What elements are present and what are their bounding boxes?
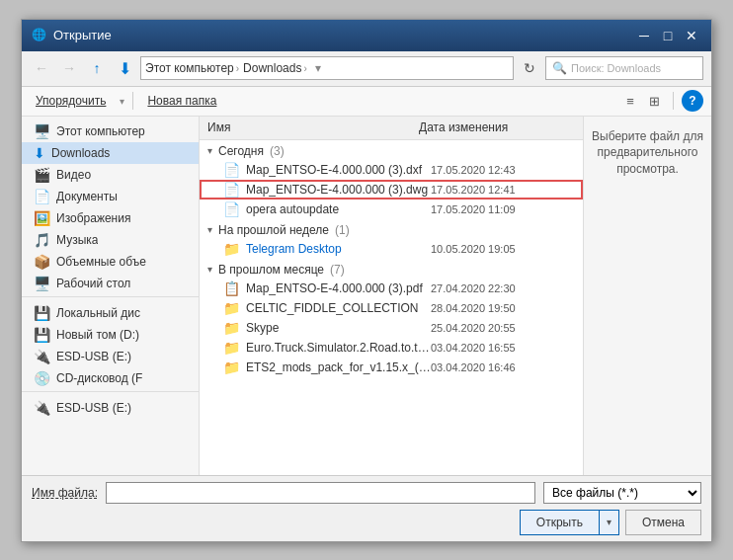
group-last-week[interactable]: ▾ На прошлой неделе (1) <box>200 219 583 239</box>
downloads-folder-icon-btn[interactable]: ⬇ <box>113 56 136 80</box>
folder-label: Downloads <box>243 61 301 75</box>
file-date-pdf: 27.04.2020 22:30 <box>431 282 579 294</box>
file-item-euro[interactable]: 📁 Euro.Truck.Simulator.2.Road.to.the.Bla… <box>200 338 583 358</box>
drive-e2-icon: 🔌 <box>34 400 50 416</box>
organize-button[interactable]: Упорядочить <box>30 92 112 110</box>
forward-button[interactable]: → <box>57 56 81 80</box>
file-date-telegram: 10.05.2020 19:05 <box>431 243 579 255</box>
sidebar-label-3d: Объемные объе <box>56 255 146 269</box>
sidebar-item-drive-d[interactable]: 💾 Новый том (D:) <box>22 324 199 346</box>
sidebar-item-computer[interactable]: 🖥️ Этот компьютер <box>22 120 199 142</box>
sidebar-item-local-c[interactable]: 💾 Локальный дис <box>22 302 199 324</box>
group-today[interactable]: ▾ Сегодня (3) <box>200 140 583 160</box>
sidebar-item-drive-e[interactable]: 🔌 ESD-USB (E:) <box>22 346 199 367</box>
file-icon-pdf: 📋 <box>223 280 240 296</box>
group-arrow-today: ▾ <box>207 145 212 156</box>
open-button-group: Открыть ▾ <box>520 510 619 535</box>
file-icon-celtic: 📁 <box>223 300 240 316</box>
file-name-skype: Skype <box>246 321 431 335</box>
group-count-today: (3) <box>270 144 285 158</box>
sidebar-item-downloads[interactable]: ⬇ Downloads <box>22 142 199 164</box>
sidebar-item-music[interactable]: 🎵 Музыка <box>22 229 199 251</box>
sidebar-item-drive-e2[interactable]: 🔌 ESD-USB (E:) <box>22 397 199 419</box>
cancel-button[interactable]: Отмена <box>625 510 701 535</box>
sidebar-label-images: Изображения <box>56 211 130 225</box>
open-button[interactable]: Открыть <box>521 511 599 534</box>
sidebar-label-documents: Документы <box>56 190 118 203</box>
sidebar-label-music: Музыка <box>56 233 98 247</box>
maximize-button[interactable]: □ <box>658 26 678 45</box>
file-item-opera[interactable]: 📄 opera autoupdate 17.05.2020 11:09 <box>200 200 583 219</box>
sidebar-item-3d[interactable]: 📦 Объемные объе <box>22 251 199 273</box>
view-details-button[interactable]: ⊞ <box>643 90 665 112</box>
help-button[interactable]: ? <box>682 90 703 112</box>
computer-icon: 🖥️ <box>34 123 50 139</box>
file-item-skype[interactable]: 📁 Skype 25.04.2020 20:55 <box>200 318 583 338</box>
file-date-dwg: 17.05.2020 12:41 <box>431 184 579 196</box>
file-date-ets2: 03.04.2020 16:46 <box>431 361 579 373</box>
group-label-lastmonth: В прошлом месяце <box>218 263 324 277</box>
folder-segment: Downloads › <box>243 61 307 75</box>
minimize-button[interactable]: ─ <box>634 26 654 45</box>
video-icon: 🎬 <box>34 167 50 183</box>
file-list-body[interactable]: ▾ Сегодня (3) 📄 Map_ENTSO-E-4.000.000 (3… <box>200 140 583 475</box>
file-date-skype: 25.04.2020 20:55 <box>431 322 579 334</box>
file-name-ets2: ETS2_mods_pack_for_v1.15.x_(UPD_28.12...… <box>246 360 431 374</box>
file-name-opera: opera autoupdate <box>246 202 431 216</box>
sidebar-label-computer: Этот компьютер <box>56 124 145 138</box>
drive-f-icon: 💿 <box>34 370 50 386</box>
filename-input[interactable] <box>106 482 535 504</box>
file-name-telegram: Telegram Desktop <box>246 242 431 256</box>
group-label-lastweek: На прошлой неделе <box>218 223 329 237</box>
up-button[interactable]: ↑ <box>85 56 109 80</box>
file-item-pdf[interactable]: 📋 Map_ENTSO-E-4.000.000 (3).pdf 27.04.20… <box>200 279 583 298</box>
sidebar-item-desktop[interactable]: 🖥️ Рабочий стол <box>22 273 199 294</box>
file-date-euro: 03.04.2020 16:55 <box>431 342 579 354</box>
address-dropdown-arrow[interactable]: ▾ <box>315 61 321 75</box>
dialog-title: Открытие <box>53 28 112 42</box>
file-icon-dxf: 📄 <box>223 162 240 178</box>
group-last-month[interactable]: ▾ В прошлом месяце (7) <box>200 259 583 279</box>
open-dropdown-arrow[interactable]: ▾ <box>599 511 618 534</box>
file-item-selected[interactable]: 📄 Map_ENTSO-E-4.000.000 (3).dwg 17.05.20… <box>200 180 583 200</box>
sidebar-item-images[interactable]: 🖼️ Изображения <box>22 207 199 229</box>
new-folder-button[interactable]: Новая папка <box>141 92 222 110</box>
sidebar-label-drive-e: ESD-USB (E:) <box>56 350 131 363</box>
filetype-select[interactable]: Все файлы (*.*) <box>543 482 701 504</box>
dialog-icon: 🌐 <box>32 28 47 43</box>
sidebar-label-drive-e2: ESD-USB (E:) <box>56 401 131 415</box>
computer-label: Этот компьютер <box>145 61 234 75</box>
filename-row: Имя файла: Все файлы (*.*) <box>32 482 701 504</box>
file-item-telegram[interactable]: 📁 Telegram Desktop 10.05.2020 19:05 <box>200 239 583 259</box>
toolbar-separator <box>132 92 133 110</box>
sidebar-item-documents[interactable]: 📄 Документы <box>22 186 199 207</box>
file-item[interactable]: 📄 Map_ENTSO-E-4.000.000 (3).dxf 17.05.20… <box>200 160 583 180</box>
file-date-celtic: 28.04.2020 19:50 <box>431 302 579 314</box>
file-item-celtic[interactable]: 📁 CELTIC_FIDDLE_COLLECTION 28.04.2020 19… <box>200 298 583 318</box>
sidebar-item-drive-f[interactable]: 💿 CD-дисковод (F <box>22 367 199 389</box>
search-box[interactable]: 🔍 Поиск: Downloads <box>545 56 703 80</box>
sidebar-label-desktop: Рабочий стол <box>56 277 130 290</box>
file-icon-ets2: 📁 <box>223 360 240 375</box>
file-date-dxf: 17.05.2020 12:43 <box>431 164 579 176</box>
refresh-button[interactable]: ↻ <box>518 56 541 80</box>
file-name-celtic: CELTIC_FIDDLE_COLLECTION <box>246 301 431 315</box>
address-bar[interactable]: Этот компьютер › Downloads › ▾ <box>140 56 514 80</box>
file-icon-opera: 📄 <box>223 201 240 217</box>
view-list-button[interactable]: ≡ <box>619 90 641 112</box>
sidebar-separator-2 <box>22 391 199 395</box>
column-name-header[interactable]: Имя <box>204 120 415 134</box>
drive-d-icon: 💾 <box>34 327 50 343</box>
file-icon-skype: 📁 <box>223 320 240 336</box>
sidebar-label-local-c: Локальный дис <box>56 306 140 320</box>
3d-icon: 📦 <box>34 254 50 270</box>
column-date-header[interactable]: Дата изменения <box>415 120 563 134</box>
search-icon: 🔍 <box>552 61 567 75</box>
group-count-lastmonth: (7) <box>330 263 345 277</box>
back-button[interactable]: ← <box>30 56 53 80</box>
close-button[interactable]: ✕ <box>682 26 701 45</box>
sidebar-label-drive-d: Новый том (D:) <box>56 328 139 342</box>
file-item-ets2[interactable]: 📁 ETS2_mods_pack_for_v1.15.x_(UPD_28.12.… <box>200 358 583 377</box>
sidebar-item-video[interactable]: 🎬 Видео <box>22 164 199 186</box>
sidebar-label-drive-f: CD-дисковод (F <box>56 371 142 385</box>
